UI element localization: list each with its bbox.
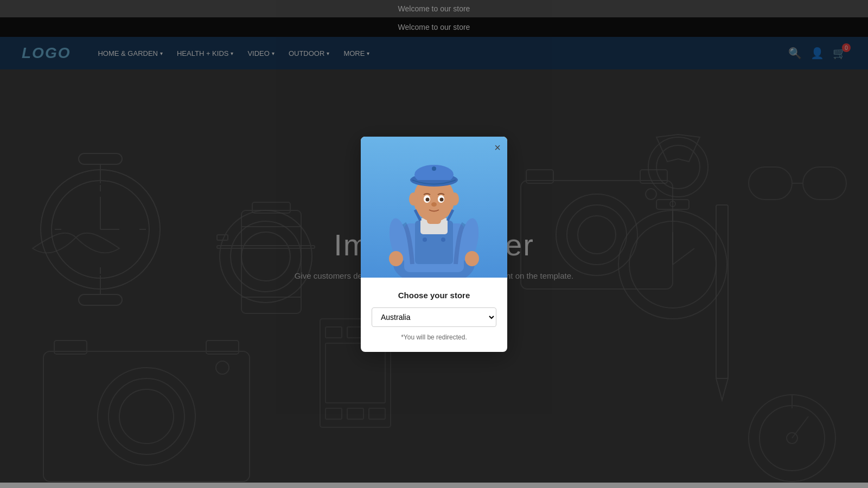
svg-point-81	[465, 251, 479, 266]
svg-point-73	[426, 197, 430, 201]
svg-point-75	[431, 202, 437, 207]
svg-point-80	[389, 251, 403, 266]
modal-redirect-text: *You will be redirected.	[372, 333, 496, 341]
modal-image-area	[361, 137, 507, 278]
svg-point-85	[441, 237, 445, 242]
modal-overlay[interactable]: ×	[0, 0, 868, 488]
svg-point-77	[450, 192, 459, 206]
modal-body: Choose your store Australia New Zealand …	[361, 278, 507, 352]
svg-point-74	[440, 197, 444, 201]
store-select[interactable]: Australia New Zealand United States Unit…	[372, 307, 496, 327]
svg-point-84	[423, 237, 427, 242]
modal-title: Choose your store	[372, 291, 496, 300]
store-selector-modal: ×	[361, 137, 507, 352]
modal-close-button[interactable]: ×	[494, 142, 501, 153]
svg-point-76	[409, 192, 418, 206]
svg-point-70	[432, 166, 436, 171]
worker-illustration	[382, 145, 486, 278]
